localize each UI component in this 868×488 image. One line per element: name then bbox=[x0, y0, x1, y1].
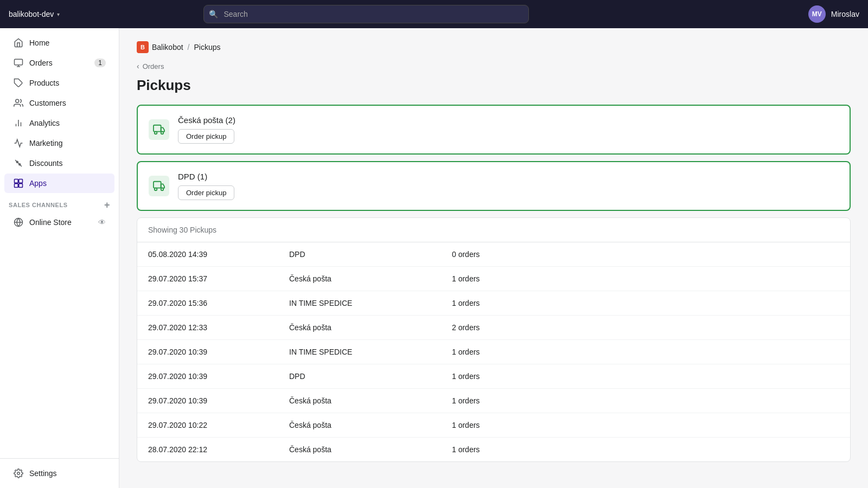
dpd-order-pickup-button[interactable]: Order pickup bbox=[178, 185, 234, 200]
sidebar-item-orders[interactable]: Orders 1 bbox=[4, 53, 114, 73]
pickup-carrier: DPD bbox=[289, 250, 452, 259]
sidebar-item-marketing-label: Marketing bbox=[29, 139, 62, 147]
sidebar-item-analytics-label: Analytics bbox=[29, 119, 60, 127]
breadcrumb-current-label: Pickups bbox=[194, 43, 220, 52]
pickup-orders: 2 orders bbox=[452, 323, 839, 332]
avatar: MV bbox=[808, 5, 826, 23]
svg-point-15 bbox=[17, 472, 20, 475]
table-row[interactable]: 28.07.2020 22:12 Česká pošta 1 orders bbox=[137, 438, 850, 461]
pickup-orders: 1 orders bbox=[452, 274, 839, 283]
table-row[interactable]: 29.07.2020 10:39 DPD 1 orders bbox=[137, 364, 850, 389]
svg-rect-16 bbox=[154, 125, 161, 132]
svg-rect-11 bbox=[15, 184, 18, 188]
add-sales-channel-button[interactable]: + bbox=[104, 200, 110, 210]
chevron-down-icon: ▾ bbox=[57, 11, 60, 17]
carrier-card-ceska-posta: Česká pošta (2) Order pickup bbox=[137, 105, 851, 155]
back-to-orders-link[interactable]: Orders bbox=[143, 62, 164, 70]
pickup-carrier: Česká pošta bbox=[289, 274, 452, 283]
table-row[interactable]: 29.07.2020 10:39 Česká pošta 1 orders bbox=[137, 389, 850, 413]
sidebar-item-home-label: Home bbox=[29, 38, 49, 47]
ceska-posta-name: Česká pošta (2) bbox=[178, 115, 839, 125]
sidebar-item-apps-label: Apps bbox=[29, 179, 47, 188]
orders-icon bbox=[13, 57, 24, 68]
user-name-label: Miroslav bbox=[831, 10, 859, 18]
table-row[interactable]: 29.07.2020 10:39 IN TIME SPEDICE 1 order… bbox=[137, 340, 850, 364]
sidebar-bottom: Settings bbox=[0, 458, 119, 488]
analytics-icon bbox=[13, 118, 24, 129]
settings-icon bbox=[13, 468, 24, 479]
sidebar-item-marketing[interactable]: Marketing bbox=[4, 133, 114, 153]
svg-line-8 bbox=[15, 160, 22, 166]
pickup-orders: 1 orders bbox=[452, 299, 839, 307]
pickup-orders: 1 orders bbox=[452, 421, 839, 429]
main-content: B Balikobot / Pickups ‹ Orders Pickups bbox=[119, 28, 868, 488]
sidebar-item-products[interactable]: Products bbox=[4, 73, 114, 93]
app-breadcrumb: B Balikobot / Pickups bbox=[137, 41, 851, 53]
page-title: Pickups bbox=[137, 77, 851, 94]
dpd-info: DPD (1) Order pickup bbox=[178, 172, 839, 200]
breadcrumb-separator: / bbox=[188, 43, 190, 52]
app-name-label: Balikobot bbox=[152, 43, 183, 52]
pickup-carrier: Česká pošta bbox=[289, 396, 452, 405]
table-row[interactable]: 29.07.2020 15:36 IN TIME SPEDICE 1 order… bbox=[137, 291, 850, 316]
sidebar-item-settings[interactable]: Settings bbox=[4, 464, 114, 483]
svg-point-18 bbox=[161, 132, 164, 134]
sidebar-item-online-store[interactable]: Online Store 👁 bbox=[4, 213, 114, 232]
pickup-carrier: Česká pošta bbox=[289, 421, 452, 429]
table-row[interactable]: 29.07.2020 12:33 Česká pošta 2 orders bbox=[137, 316, 850, 340]
pickup-date: 29.07.2020 15:37 bbox=[148, 274, 289, 283]
store-name-label: balikobot-dev bbox=[9, 10, 54, 18]
ceska-posta-order-pickup-button[interactable]: Order pickup bbox=[178, 129, 234, 144]
table-row[interactable]: 05.08.2020 14:39 DPD 0 orders bbox=[137, 242, 850, 267]
search-input[interactable] bbox=[203, 5, 529, 23]
marketing-icon bbox=[13, 138, 24, 149]
sidebar-item-settings-label: Settings bbox=[29, 469, 57, 478]
svg-rect-12 bbox=[19, 184, 23, 188]
pickups-table: Showing 30 Pickups 05.08.2020 14:39 DPD … bbox=[137, 217, 851, 462]
customers-icon bbox=[13, 98, 24, 108]
pickup-carrier: Česká pošta bbox=[289, 323, 452, 332]
sidebar-item-customers[interactable]: Customers bbox=[4, 93, 114, 113]
sidebar-item-discounts-label: Discounts bbox=[29, 159, 62, 168]
svg-rect-19 bbox=[154, 182, 161, 188]
home-icon bbox=[13, 37, 24, 48]
table-row[interactable]: 29.07.2020 15:37 Česká pošta 1 orders bbox=[137, 267, 850, 291]
sidebar-item-analytics[interactable]: Analytics bbox=[4, 113, 114, 133]
pickup-carrier: IN TIME SPEDICE bbox=[289, 348, 452, 356]
sidebar: Home Orders 1 Products Customers bbox=[0, 28, 119, 488]
pickup-date: 05.08.2020 14:39 bbox=[148, 250, 289, 259]
sales-channels-section-label: SALES CHANNELS + bbox=[0, 194, 119, 212]
pickup-orders: 1 orders bbox=[452, 396, 839, 405]
app-layout: Home Orders 1 Products Customers bbox=[0, 28, 868, 488]
table-showing-label: Showing 30 Pickups bbox=[137, 218, 850, 242]
dpd-name: DPD (1) bbox=[178, 172, 839, 181]
pickup-orders: 1 orders bbox=[452, 372, 839, 381]
pickup-orders: 1 orders bbox=[452, 348, 839, 356]
pickup-orders: 1 orders bbox=[452, 445, 839, 454]
svg-rect-0 bbox=[15, 59, 23, 65]
online-store-label: Online Store bbox=[29, 218, 72, 227]
sidebar-item-discounts[interactable]: Discounts bbox=[4, 153, 114, 173]
table-row[interactable]: 29.07.2020 10:22 Česká pošta 1 orders bbox=[137, 413, 850, 438]
pickup-date: 29.07.2020 10:39 bbox=[148, 396, 289, 405]
svg-point-20 bbox=[155, 188, 157, 191]
sidebar-item-customers-label: Customers bbox=[29, 99, 66, 107]
balikobot-logo-icon: B bbox=[137, 41, 149, 53]
sidebar-nav: Home Orders 1 Products Customers bbox=[0, 28, 119, 458]
app-logo: B Balikobot bbox=[137, 41, 183, 53]
svg-rect-10 bbox=[19, 179, 23, 183]
top-header: balikobot-dev ▾ 🔍 MV Miroslav bbox=[0, 0, 868, 28]
pickup-date: 28.07.2020 22:12 bbox=[148, 445, 289, 454]
pickup-date: 29.07.2020 10:39 bbox=[148, 348, 289, 356]
back-icon: ‹ bbox=[137, 62, 139, 70]
sidebar-item-apps[interactable]: Apps bbox=[4, 174, 114, 193]
svg-rect-9 bbox=[15, 179, 18, 183]
sidebar-item-home[interactable]: Home bbox=[4, 33, 114, 53]
pickup-date: 29.07.2020 10:39 bbox=[148, 372, 289, 381]
store-selector[interactable]: balikobot-dev ▾ bbox=[9, 10, 60, 18]
svg-point-2 bbox=[16, 99, 19, 102]
sidebar-item-products-label: Products bbox=[29, 79, 59, 87]
pickup-date: 29.07.2020 10:22 bbox=[148, 421, 289, 429]
online-store-icon bbox=[13, 217, 24, 228]
eye-icon: 👁 bbox=[98, 218, 106, 227]
